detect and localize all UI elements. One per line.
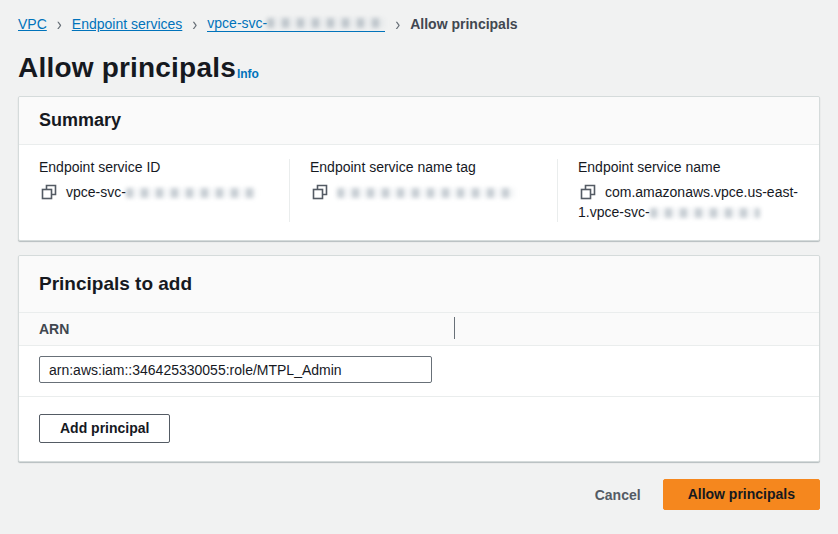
field-value: com.amazonaws.vpce.us-east-1.vpce-svc-	[578, 182, 801, 222]
principals-title: Principals to add	[39, 273, 799, 295]
arn-column-header: ARN	[19, 312, 819, 346]
summary-field-endpoint-service-name: Endpoint service name com.amazonaws.vpce…	[557, 159, 819, 222]
summary-grid: Endpoint service ID vpce-svc- Endpoint s…	[19, 145, 819, 240]
breadcrumb-link-endpoint-services[interactable]: Endpoint services	[72, 16, 183, 32]
page-title-text: Allow principals	[18, 54, 236, 82]
add-principal-row: Add principal	[19, 397, 819, 461]
breadcrumb-current: Allow principals	[410, 16, 517, 32]
summary-field-endpoint-service-id: Endpoint service ID vpce-svc-	[19, 159, 289, 222]
chevron-right-icon: ›	[192, 13, 197, 34]
principals-to-add-card: Principals to add ARN Add principal	[18, 255, 820, 462]
field-label: Endpoint service ID	[39, 159, 271, 175]
arn-column-label: ARN	[39, 321, 69, 337]
principals-card-header: Principals to add	[19, 256, 819, 312]
page-title: Allow principalsInfo	[18, 54, 820, 82]
summary-field-endpoint-service-name-tag: Endpoint service name tag	[289, 159, 557, 222]
summary-card-header: Summary	[19, 97, 819, 145]
summary-title: Summary	[39, 110, 799, 131]
arn-input[interactable]	[39, 356, 432, 383]
allow-principals-button[interactable]: Allow principals	[663, 479, 820, 510]
field-value: vpce-svc-	[39, 182, 271, 202]
breadcrumb-link-vpc[interactable]: VPC	[18, 16, 47, 32]
copy-icon[interactable]	[312, 184, 328, 200]
add-principal-button[interactable]: Add principal	[39, 414, 170, 443]
field-value-text: vpce-svc-	[66, 184, 126, 200]
breadcrumb-link-endpoint-service-id[interactable]: vpce-svc-	[207, 15, 385, 32]
summary-card: Summary Endpoint service ID vpce-svc- En…	[18, 96, 820, 241]
redacted-text	[650, 208, 760, 218]
breadcrumb: VPC › Endpoint services › vpce-svc- › Al…	[18, 0, 820, 32]
redacted-text	[337, 188, 515, 198]
footer-actions: Cancel Allow principals	[18, 479, 820, 510]
info-link[interactable]: Info	[237, 68, 259, 80]
page: VPC › Endpoint services › vpce-svc- › Al…	[0, 0, 838, 510]
field-value	[310, 182, 539, 202]
redacted-text	[126, 188, 256, 198]
service-id-prefix: vpce-svc-	[207, 15, 267, 31]
column-resize-divider[interactable]	[454, 317, 455, 339]
chevron-right-icon: ›	[57, 13, 62, 34]
copy-icon[interactable]	[580, 184, 596, 200]
field-label: Endpoint service name tag	[310, 159, 539, 175]
field-label: Endpoint service name	[578, 159, 801, 175]
chevron-right-icon: ›	[395, 13, 400, 34]
redacted-text	[267, 18, 385, 28]
copy-icon[interactable]	[41, 184, 57, 200]
arn-input-row	[19, 346, 819, 397]
cancel-button[interactable]: Cancel	[595, 487, 641, 503]
